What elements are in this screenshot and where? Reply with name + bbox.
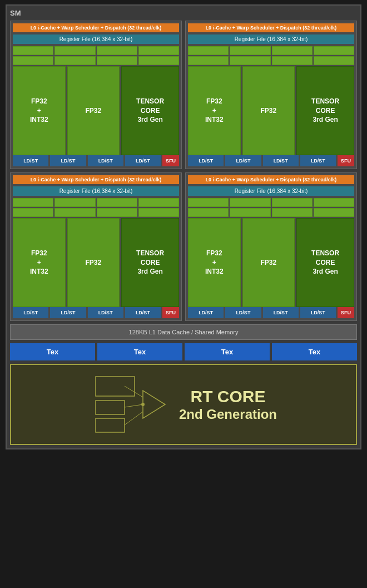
- l0-cache-bar-3: L0 i-Cache + Warp Scheduler + Dispatch (…: [188, 175, 354, 184]
- svg-line-7: [125, 412, 143, 425]
- rt-core-diagram-svg: [90, 374, 168, 435]
- tensor-core-block-3: TENSORCORE3rd Gen: [296, 218, 354, 307]
- tex-row: Tex Tex Tex Tex: [10, 343, 357, 360]
- ld-st-cell-3-2: LD/ST: [263, 307, 299, 318]
- fp32-block-2: FP32: [67, 218, 120, 307]
- green-cell: [230, 46, 270, 55]
- svg-line-5: [125, 386, 143, 397]
- green-cell: [230, 208, 270, 217]
- sub-partition-0: L0 i-Cache + Warp Scheduler + Dispatch (…: [10, 21, 182, 169]
- ld-st-cell-2-3: LD/ST: [125, 307, 161, 318]
- sfu-cell-2: SFU: [162, 307, 179, 318]
- green-cell: [97, 46, 137, 55]
- green-cell: [97, 56, 137, 65]
- ld-st-cell-3-1: LD/ST: [225, 307, 261, 318]
- green-cell: [13, 208, 53, 217]
- green-grid-top-1: [188, 46, 354, 65]
- tensor-core-block-0: TENSORCORE3rd Gen: [121, 66, 179, 155]
- register-file-bar-2: Register File (16,384 x 32-bit): [13, 186, 179, 196]
- rt-core-area: RT CORE 2nd Generation: [10, 364, 357, 445]
- l0-cache-bar-1: L0 i-Cache + Warp Scheduler + Dispatch (…: [188, 23, 354, 32]
- ld-st-cell-1-0: LD/ST: [188, 155, 224, 166]
- ld-st-cell-0-0: LD/ST: [13, 155, 48, 166]
- green-cell: [138, 208, 179, 217]
- green-grid-top-2: [13, 198, 179, 217]
- green-cell: [188, 198, 229, 207]
- rt-core-text: RT CORE 2nd Generation: [179, 387, 277, 422]
- green-cell: [188, 46, 229, 55]
- rt-core-title: RT CORE: [179, 387, 277, 407]
- ld-st-row-2: LD/ST LD/ST LD/ST LD/ST SFU: [13, 307, 179, 318]
- compute-main-2: FP32+INT32 FP32 TENSORCORE3rd Gen: [13, 218, 179, 307]
- compute-main-1: FP32+INT32 FP32 TENSORCORE3rd Gen: [188, 66, 354, 155]
- green-cell: [138, 198, 179, 207]
- sfu-cell-1: SFU: [338, 155, 354, 166]
- ld-st-row-1: LD/ST LD/ST LD/ST LD/ST SFU: [188, 155, 354, 166]
- green-cell: [54, 56, 95, 65]
- green-cell: [314, 198, 354, 207]
- sub-partition-2: L0 i-Cache + Warp Scheduler + Dispatch (…: [10, 172, 182, 321]
- quad-grid: L0 i-Cache + Warp Scheduler + Dispatch (…: [10, 21, 357, 321]
- green-cell: [230, 56, 270, 65]
- compute-main-3: FP32+INT32 FP32 TENSORCORE3rd Gen: [188, 218, 354, 307]
- sub-partition-3: L0 i-Cache + Warp Scheduler + Dispatch (…: [185, 172, 357, 321]
- green-cell: [314, 56, 354, 65]
- green-cell: [272, 198, 313, 207]
- svg-marker-3: [143, 391, 165, 418]
- tex-unit-2: Tex: [185, 343, 270, 360]
- ld-st-cell-2-1: LD/ST: [50, 307, 86, 318]
- tex-unit-3: Tex: [272, 343, 357, 360]
- ld-st-cell-2-0: LD/ST: [13, 307, 48, 318]
- fp32-int32-block-3: FP32+INT32: [188, 218, 241, 307]
- sub-partition-1: L0 i-Cache + Warp Scheduler + Dispatch (…: [185, 21, 357, 169]
- green-cell: [230, 198, 270, 207]
- ld-st-cell-2-2: LD/ST: [88, 307, 123, 318]
- green-cell: [138, 56, 179, 65]
- green-cell: [13, 198, 53, 207]
- green-cell: [13, 46, 53, 55]
- ld-st-cell-0-3: LD/ST: [125, 155, 161, 166]
- tensor-core-block-1: TENSORCORE3rd Gen: [296, 66, 354, 155]
- ld-st-cell-0-1: LD/ST: [50, 155, 86, 166]
- l0-cache-bar-0: L0 i-Cache + Warp Scheduler + Dispatch (…: [13, 23, 179, 32]
- l0-cache-bar-2: L0 i-Cache + Warp Scheduler + Dispatch (…: [13, 175, 179, 184]
- tex-unit-1: Tex: [97, 343, 182, 360]
- ld-st-cell-3-3: LD/ST: [300, 307, 336, 318]
- svg-rect-0: [96, 377, 135, 396]
- green-cell: [54, 198, 95, 207]
- sfu-cell-0: SFU: [162, 155, 179, 166]
- ld-st-row-0: LD/ST LD/ST LD/ST LD/ST SFU: [13, 155, 179, 166]
- register-file-bar-3: Register File (16,384 x 32-bit): [188, 186, 354, 196]
- sm-container: SM L0 i-Cache + Warp Scheduler + Dispatc…: [6, 4, 361, 449]
- compute-main-0: FP32+INT32 FP32 TENSORCORE3rd Gen: [13, 66, 179, 155]
- ld-st-cell-0-2: LD/ST: [88, 155, 123, 166]
- green-cell: [188, 56, 229, 65]
- green-cell: [97, 208, 137, 217]
- green-cell: [54, 208, 95, 217]
- fp32-int32-block-0: FP32+INT32: [13, 66, 66, 155]
- fp32-int32-block-1: FP32+INT32: [188, 66, 241, 155]
- sm-label: SM: [10, 9, 357, 17]
- green-cell: [314, 46, 354, 55]
- ld-st-cell-1-2: LD/ST: [263, 155, 299, 166]
- sfu-cell-3: SFU: [338, 307, 354, 318]
- green-cell: [272, 208, 313, 217]
- green-cell: [97, 198, 137, 207]
- register-file-bar-1: Register File (16,384 x 32-bit): [188, 34, 354, 44]
- ld-st-cell-3-0: LD/ST: [188, 307, 224, 318]
- fp32-int32-block-2: FP32+INT32: [13, 218, 66, 307]
- svg-rect-2: [96, 418, 125, 432]
- l1-cache-bar: 128KB L1 Data Cache / Shared Memory: [10, 324, 357, 340]
- svg-rect-1: [96, 401, 125, 414]
- fp32-block-1: FP32: [242, 66, 295, 155]
- ld-st-cell-1-3: LD/ST: [300, 155, 336, 166]
- green-grid-top-0: [13, 46, 179, 65]
- ld-st-cell-1-1: LD/ST: [225, 155, 261, 166]
- tensor-core-block-2: TENSORCORE3rd Gen: [121, 218, 179, 307]
- green-cell: [13, 56, 53, 65]
- green-cell: [54, 46, 95, 55]
- green-cell: [272, 46, 313, 55]
- fp32-block-3: FP32: [242, 218, 295, 307]
- green-grid-top-3: [188, 198, 354, 217]
- green-cell: [314, 208, 354, 217]
